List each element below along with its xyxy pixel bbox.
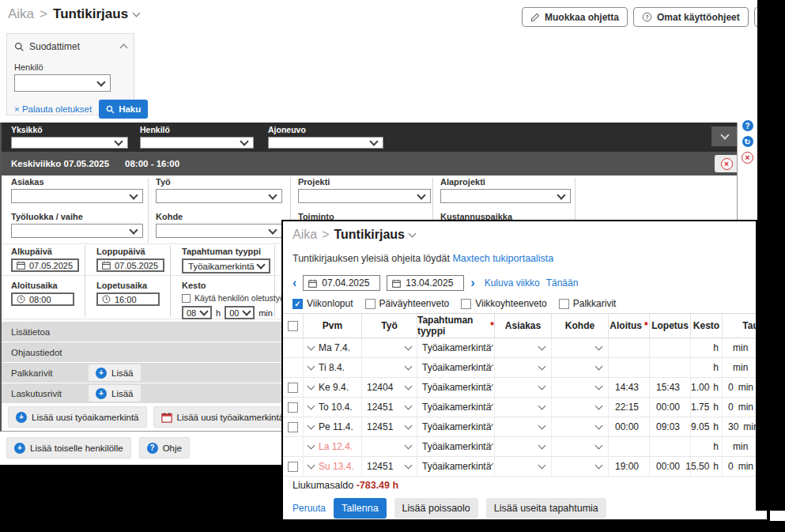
chevron-down-icon[interactable]	[133, 9, 141, 17]
row-customer-select[interactable]	[495, 338, 552, 357]
row-customer-select[interactable]	[495, 457, 552, 476]
row-type-select[interactable]: Työaikamerkintä	[417, 457, 495, 476]
expand-row-icon[interactable]	[308, 402, 315, 410]
checkbox-paivayhteenveto[interactable]: Päiväyhteenveto	[365, 298, 450, 309]
row-customer-select[interactable]	[495, 437, 552, 456]
expand-row-icon[interactable]	[308, 343, 315, 351]
current-week-link[interactable]: Kuluva viikko	[485, 277, 540, 289]
expand-row-icon[interactable]	[308, 422, 315, 430]
close-icon[interactable]: ×	[742, 152, 753, 164]
help-icon[interactable]: ?	[742, 120, 753, 131]
row-start-input[interactable]: 22:15	[609, 398, 650, 417]
row-end-input[interactable]: 00:00	[650, 457, 691, 476]
own-instructions-button[interactable]: ? Omat käyttöohjeet	[633, 7, 749, 27]
row-target-select[interactable]	[552, 358, 609, 377]
row-checkbox[interactable]	[288, 462, 298, 472]
expand-row-icon[interactable]	[308, 363, 315, 371]
row-customer-select[interactable]	[495, 358, 552, 377]
row-work-select[interactable]: 12404	[362, 378, 417, 397]
expand-row-icon[interactable]	[308, 462, 315, 470]
help-button[interactable]: ? Ohje	[139, 437, 190, 458]
row-work-select[interactable]	[362, 437, 417, 456]
row-start-input[interactable]	[609, 358, 650, 377]
add-for-other-person-button[interactable]: + Lisää toiselle henkilölle	[6, 437, 131, 458]
add-multiple-events-button[interactable]: Lisää useita tapahtumia	[486, 498, 606, 519]
end-date-input[interactable]: 07.05.2025	[96, 258, 164, 272]
duration-minutes-select[interactable]: 00	[225, 306, 255, 319]
refresh-icon[interactable]: ↻	[742, 136, 753, 147]
row-target-select[interactable]	[552, 398, 609, 417]
row-type-select[interactable]: Työaikamerkintä	[417, 417, 495, 436]
cancel-link[interactable]: Peruuta	[292, 503, 326, 514]
row-target-select[interactable]	[552, 378, 609, 397]
person-filter-select[interactable]	[14, 74, 111, 92]
row-start-input[interactable]: 14:43	[609, 378, 650, 397]
toolbar-collapse-button[interactable]	[711, 126, 738, 146]
chevron-down-icon[interactable]	[409, 230, 417, 238]
row-customer-select[interactable]	[495, 378, 552, 397]
start-time-input[interactable]: 08:00	[11, 292, 74, 306]
reset-defaults-link[interactable]: × Palauta oletukset	[14, 104, 92, 114]
row-work-select[interactable]: 12451	[362, 457, 417, 476]
row-target-select[interactable]	[552, 417, 609, 436]
work-select[interactable]	[156, 189, 282, 203]
checkbox-viikkoyhteenveto[interactable]: Viikkoyhteenveto	[461, 298, 547, 309]
row-checkbox[interactable]	[288, 422, 298, 432]
previous-week-arrow[interactable]: ‹	[292, 277, 296, 289]
row-type-select[interactable]: Työaikamerkintä	[417, 358, 495, 377]
today-link[interactable]: Tänään	[546, 277, 579, 289]
customer-select[interactable]	[11, 189, 143, 203]
workclass-select[interactable]	[11, 224, 143, 238]
support-portal-link[interactable]: Maxtech tukiportaalista	[452, 253, 553, 264]
add-absence-button[interactable]: Lisää poissaolo	[394, 498, 478, 519]
row-end-input[interactable]: 15:43	[650, 378, 691, 397]
row-checkbox[interactable]	[288, 383, 298, 393]
row-type-select[interactable]: Työaikamerkintä	[417, 437, 495, 456]
row-start-input[interactable]: 00:00	[609, 417, 650, 436]
default-worktime-checkbox[interactable]	[182, 294, 191, 303]
duration-hours-select[interactable]: 08	[182, 306, 212, 319]
edit-help-button[interactable]: Muokkaa ohjetta	[522, 7, 628, 27]
row-type-select[interactable]: Työaikamerkintä	[417, 398, 495, 417]
expand-row-icon[interactable]	[308, 383, 315, 391]
subproject-select[interactable]	[440, 189, 571, 203]
close-day-button[interactable]: ×	[715, 155, 738, 172]
add-payroll-row-button[interactable]: + Lisää	[89, 364, 141, 381]
vehicle-select[interactable]	[268, 137, 383, 149]
collapse-icon[interactable]	[120, 44, 128, 52]
person-select[interactable]	[140, 137, 254, 149]
row-start-input[interactable]: 19:00	[609, 457, 650, 476]
end-time-input[interactable]: 16:00	[96, 292, 160, 306]
row-type-select[interactable]: Työaikamerkintä	[417, 378, 495, 397]
row-customer-select[interactable]	[495, 398, 552, 417]
row-work-select[interactable]: 12451	[362, 398, 417, 417]
week-start-date-input[interactable]: 07.04.2025	[303, 275, 380, 291]
row-end-input[interactable]	[650, 437, 691, 456]
row-work-select[interactable]	[362, 338, 417, 357]
select-all-checkbox[interactable]	[288, 321, 298, 331]
row-type-select[interactable]: Työaikamerkintä	[417, 338, 495, 357]
search-button[interactable]: Haku	[99, 100, 148, 119]
settings-button[interactable]: Asetukset	[754, 7, 757, 27]
event-type-select[interactable]: Työaikamerkintä	[182, 258, 270, 274]
save-button[interactable]: Tallenna	[334, 498, 387, 519]
row-checkbox[interactable]	[288, 402, 298, 413]
row-work-select[interactable]: 12451	[362, 417, 417, 436]
expand-row-icon[interactable]	[308, 442, 315, 450]
row-customer-select[interactable]	[495, 417, 552, 436]
row-target-select[interactable]	[552, 457, 609, 476]
row-end-input[interactable]: 09:03	[650, 417, 691, 436]
add-billing-row-button[interactable]: + Lisää	[89, 385, 141, 402]
target-select[interactable]	[156, 224, 282, 238]
add-new-entry-button[interactable]: + Lisää uusi työaikamerkintä	[8, 406, 147, 428]
checkbox-palkkarivit[interactable]: Palkkarivit	[559, 298, 617, 309]
unit-select[interactable]	[11, 137, 128, 149]
start-date-input[interactable]: 07.05.2025	[11, 258, 79, 272]
row-start-input[interactable]	[609, 437, 650, 456]
row-start-input[interactable]	[609, 338, 650, 357]
next-week-arrow[interactable]: ›	[470, 277, 474, 289]
checkbox-viikonloput[interactable]: ✓Viikonloput	[292, 298, 353, 309]
row-end-input[interactable]	[650, 338, 691, 357]
row-end-input[interactable]	[650, 358, 691, 377]
row-work-select[interactable]	[362, 358, 417, 377]
